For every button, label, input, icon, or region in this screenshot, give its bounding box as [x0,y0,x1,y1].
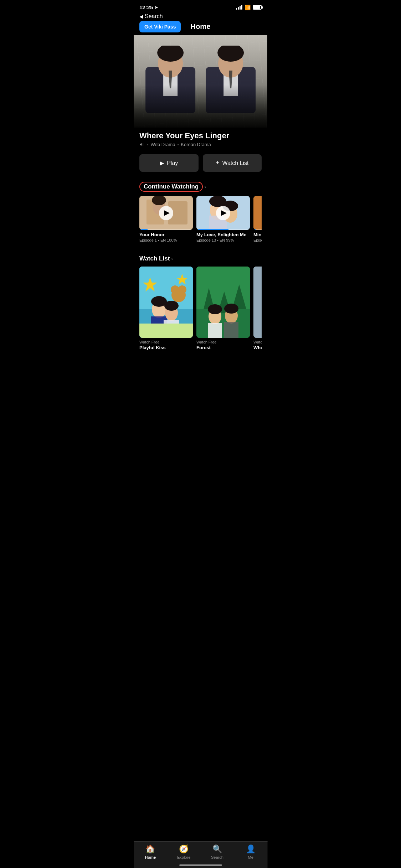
cw-title-ming: Ming Dynasty [253,232,262,237]
back-button[interactable]: ◀ Search [139,13,163,20]
cw-card-ming[interactable]: Ming Dynasty Episode 1 • EN [253,196,262,242]
svg-rect-39 [139,324,193,338]
wl-card-playful-kiss[interactable]: Watch Free Playful Kiss [139,267,193,350]
playful-kiss-art [139,267,193,338]
continue-watching-header: Continue Watching › [139,182,262,192]
plus-icon: + [216,159,220,167]
play-label: Play [167,160,178,166]
continue-watching-section: Continue Watching › Your Hon [134,176,267,247]
page-title: Home [191,22,211,31]
wl-title-forest: Forest [196,345,250,350]
cw-meta-my-love: Episode 13 • EN 99% [196,238,250,242]
progress-bar-my-love [196,229,250,230]
svg-rect-50 [224,322,238,338]
wl-title-playful-kiss: Playful Kiss [139,345,193,350]
wl-thumb-playful-kiss [139,267,193,338]
hero-tag-korean: Korean Drama [181,142,211,147]
play-overlay-your-honor [159,206,173,220]
svg-point-46 [208,304,222,314]
cw-title-your-honor: Your Honor [139,232,193,237]
when-a-man-art [253,267,262,338]
hero-image [134,35,267,128]
svg-rect-21 [253,196,262,230]
hero-tag-webdrama: Web Drama [151,142,175,147]
viki-pass-button[interactable]: Get Viki Pass [139,21,181,32]
back-arrow-icon: ◀ [139,14,143,19]
dot-1: ● [147,144,149,146]
watch-list: Watch Free Playful Kiss [139,267,262,352]
watch-list-chevron: › [171,256,173,262]
dot-2: ● [178,144,179,146]
wl-thumb-forest [196,267,250,338]
cw-thumb-your-honor [139,196,193,230]
play-triangle-my-love [221,210,227,216]
hero-info: Where Your Eyes Linger BL ● Web Drama ● … [134,128,267,150]
forest-art [196,267,250,338]
status-bar: 12:25 ➤ 📶 [134,0,267,12]
wl-title-when-a-man: When a Man in Love [253,345,262,350]
ming-art [253,196,262,230]
hero-tag-bl: BL [139,142,145,147]
cw-thumb-my-love [196,196,250,230]
wl-label-playful-kiss: Watch Free [139,340,193,344]
cw-meta-your-honor: Episode 1 • EN 100% [139,238,193,242]
play-icon: ▶ [160,160,164,166]
watchlist-label: Watch List [222,160,248,166]
cw-card-my-love[interactable]: My Love, Enlighten Me Episode 13 • EN 99… [196,196,250,242]
watch-list-section: Watch List › [134,249,267,355]
cw-title-my-love: My Love, Enlighten Me [196,232,250,237]
progress-fill-ming [253,229,256,230]
battery-icon [253,5,262,10]
signal-icon [236,5,242,10]
wl-label-when-a-man: Watch Free [253,340,262,344]
wifi-icon: 📶 [245,5,251,10]
time-display: 12:25 [139,4,153,10]
page-header: Get Viki Pass Home [134,22,267,35]
watch-list-header: Watch List › [139,255,262,262]
continue-watching-chevron: › [204,184,206,190]
location-icon: ➤ [154,5,158,10]
svg-point-32 [178,285,186,294]
back-label: Search [145,13,163,20]
svg-rect-52 [253,267,262,338]
cw-meta-ming: Episode 1 • EN [253,238,262,242]
continue-watching-list: Your Honor Episode 1 • EN 100% [139,196,262,244]
progress-fill-your-honor [139,229,148,230]
play-triangle-your-honor [164,210,170,216]
watch-list-title[interactable]: Watch List [139,255,170,262]
wl-label-forest: Watch Free [196,340,250,344]
svg-rect-47 [208,323,222,338]
hero-tags: BL ● Web Drama ● Korean Drama [139,142,262,147]
action-buttons: ▶ Play + Watch List [134,150,267,176]
wl-card-forest[interactable]: Watch Free Forest [196,267,250,350]
watchlist-button[interactable]: + Watch List [203,154,262,172]
wl-thumb-when-a-man [253,267,262,338]
progress-fill-my-love [196,229,228,230]
hero-title: Where Your Eyes Linger [139,131,262,140]
cw-card-your-honor[interactable]: Your Honor Episode 1 • EN 100% [139,196,193,242]
play-overlay-my-love [216,206,230,220]
progress-bar-your-honor [139,229,193,230]
continue-watching-title[interactable]: Continue Watching [139,182,203,192]
svg-point-37 [164,301,179,311]
wl-card-when-a-man[interactable]: Watch Free When a Man in Love [253,267,262,350]
cw-thumb-ming [253,196,262,230]
svg-point-49 [224,304,238,314]
progress-bar-ming [253,229,262,230]
play-button[interactable]: ▶ Play [139,154,199,172]
